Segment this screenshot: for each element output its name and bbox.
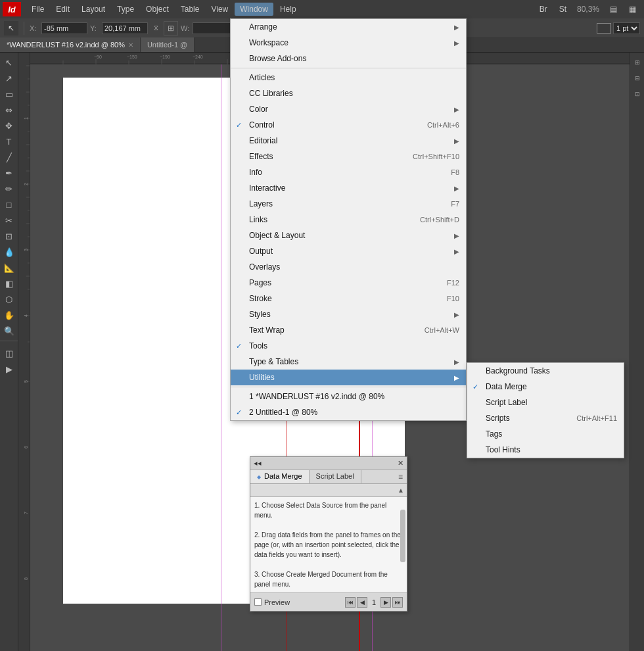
fill-stroke-icon[interactable]: ◫ [2, 346, 16, 360]
menu-layout[interactable]: Layout [76, 3, 110, 16]
submenu-scripts[interactable]: Scripts Ctrl+Alt+F11 [467, 410, 624, 426]
right-panel-btn-1[interactable]: ⊞ [630, 55, 645, 70]
menu-item-arrange[interactable]: Arrange ▶ [231, 19, 466, 35]
left-ruler: 1 2 3 4 5 6 7 8 [18, 53, 30, 651]
menu-item-type-tables[interactable]: Type & Tables ▶ [231, 354, 466, 370]
menu-item-layers[interactable]: Layers F7 [231, 196, 466, 212]
menu-item-editorial[interactable]: Editorial ▶ [231, 133, 466, 149]
panel-icon[interactable]: ▦ [624, 3, 641, 16]
menu-item-interactive[interactable]: Interactive ▶ [231, 180, 466, 196]
menu-item-links[interactable]: Links Ctrl+Shift+D [231, 212, 466, 228]
arrow-icon: ▶ [454, 311, 459, 318]
hand-tool-icon[interactable]: ✋ [2, 308, 16, 322]
eyedropper-icon[interactable]: 💧 [2, 245, 16, 259]
line-tool-icon[interactable]: ╱ [2, 150, 16, 164]
menu-table[interactable]: Table [175, 3, 205, 16]
right-panel-btn-3[interactable]: ⊡ [630, 87, 645, 101]
scissor-tool-icon[interactable]: ✂ [2, 213, 16, 228]
nav-last-btn[interactable]: ⏭ [392, 597, 403, 608]
measure-tool-icon[interactable]: 📐 [2, 260, 16, 275]
direct-select-icon[interactable]: ↗ [2, 71, 16, 85]
submenu-tags[interactable]: Tags [467, 426, 624, 442]
menu-object[interactable]: Object [141, 3, 174, 16]
submenu-background-tasks[interactable]: Background Tasks [467, 363, 624, 379]
menu-edit[interactable]: Edit [51, 3, 75, 16]
pencil-tool-icon[interactable]: ✏ [2, 181, 16, 196]
x-input[interactable] [41, 22, 87, 34]
button-tool-icon[interactable]: ⬡ [2, 292, 16, 306]
tab-untitled[interactable]: Untitled-1 @ [141, 37, 195, 52]
free-transform-icon[interactable]: ⊡ [2, 229, 16, 243]
menu-item-object-layout[interactable]: Object & Layout ▶ [231, 228, 466, 243]
panel-collapse-btn[interactable]: ▲ [398, 487, 404, 494]
workspace-icon[interactable]: ▤ [605, 3, 622, 16]
menu-item-color[interactable]: Color ▶ [231, 101, 466, 117]
panel-collapse-icon[interactable]: ◂◂ [254, 459, 262, 468]
menu-item-overlays[interactable]: Overlays [231, 259, 466, 275]
submenu-script-label[interactable]: Script Label [467, 395, 624, 410]
stock-icon[interactable]: St [554, 3, 572, 16]
stroke-size-select[interactable]: 1 pt [613, 22, 640, 34]
menu-item-doc2[interactable]: 2 Untitled-1 @ 80% [231, 404, 466, 420]
menu-item-info[interactable]: Info F8 [231, 164, 466, 180]
right-panel-btn-2[interactable]: ⊟ [630, 71, 645, 85]
tab-close-icon[interactable]: ✕ [128, 41, 133, 49]
pen-tool-icon[interactable]: ✒ [2, 166, 16, 180]
panel-tab-data-merge[interactable]: ◆ Data Merge [250, 470, 310, 483]
preview-checkbox[interactable] [254, 598, 262, 606]
tab-wanderlust[interactable]: *WANDERLUST #16 v2.indd @ 80% ✕ [0, 37, 141, 52]
menu-view[interactable]: View [206, 3, 233, 16]
content-tool-icon[interactable]: ✥ [2, 118, 16, 133]
menu-item-cc-libraries[interactable]: CC Libraries [231, 85, 466, 101]
menu-file[interactable]: File [26, 3, 49, 16]
arrow-icon: ▶ [454, 374, 459, 381]
rectangle-tool-icon[interactable]: □ [2, 197, 16, 212]
menu-item-control[interactable]: Control Ctrl+Alt+6 [231, 117, 466, 133]
menu-item-utilities[interactable]: Utilities ▶ [231, 370, 466, 385]
nav-next-btn[interactable]: ▶ [380, 597, 391, 608]
arrow-icon: ▶ [454, 39, 459, 47]
gap-tool-icon[interactable]: ⇔ [2, 103, 16, 117]
y-input[interactable] [102, 22, 148, 34]
preview-icon[interactable]: ▶ [2, 362, 16, 376]
type-tool-icon[interactable]: T [2, 134, 16, 149]
menu-item-pages[interactable]: Pages F12 [231, 275, 466, 291]
panel-tab-script-label[interactable]: Script Label [310, 470, 361, 483]
menu-help[interactable]: Help [275, 3, 302, 16]
selection-tool-icon[interactable]: ↖ [2, 55, 16, 70]
menu-item-text-wrap[interactable]: Text Wrap Ctrl+Alt+W [231, 322, 466, 338]
svg-text:−90: −90 [94, 55, 102, 59]
menu-type[interactable]: Type [112, 3, 139, 16]
data-merge-panel: ◂◂ ✕ ◆ Data Merge Script Label ≡ ▲ 1. Ch… [250, 456, 407, 612]
gradient-tool-icon[interactable]: ◧ [2, 276, 16, 291]
window-dropdown-menu: Arrange ▶ Workspace ▶ Browse Add-ons Art… [230, 18, 467, 421]
menu-item-effects[interactable]: Effects Ctrl+Shift+F10 [231, 149, 466, 164]
panel-collapse-bar: ▲ [250, 484, 407, 497]
y-label: Y: [90, 24, 99, 32]
menu-item-styles[interactable]: Styles ▶ [231, 306, 466, 322]
transform-icon[interactable]: ⊞ [164, 21, 178, 36]
nav-first-btn[interactable]: ⏮ [345, 597, 356, 608]
menu-window[interactable]: Window [235, 3, 273, 16]
menu-item-stroke[interactable]: Stroke F10 [231, 291, 466, 306]
nav-prev-btn[interactable]: ◀ [357, 597, 367, 608]
submenu-tool-hints[interactable]: Tool Hints [467, 442, 624, 458]
panel-menu-icon[interactable]: ≡ [394, 470, 407, 483]
svg-text:−150: −150 [127, 55, 137, 59]
menu-item-articles[interactable]: Articles [231, 70, 466, 85]
menu-item-output[interactable]: Output ▶ [231, 243, 466, 259]
svg-text:6: 6 [24, 446, 28, 448]
panel-instruction-1: 1. Choose Select Data Source from the pa… [254, 500, 403, 520]
tool-select-icon[interactable]: ↖ [4, 21, 18, 36]
menu-item-tools[interactable]: Tools [231, 338, 466, 354]
bridge-icon[interactable]: Br [534, 3, 553, 16]
menu-item-doc1[interactable]: 1 *WANDERLUST #16 v2.indd @ 80% [231, 389, 466, 404]
constrain-icon[interactable]: ⧖ [150, 23, 161, 34]
panel-scrollbar[interactable] [400, 510, 405, 562]
menu-item-browse-addons[interactable]: Browse Add-ons [231, 51, 466, 66]
menu-item-workspace[interactable]: Workspace ▶ [231, 35, 466, 51]
zoom-tool-icon[interactable]: 🔍 [2, 324, 16, 338]
panel-close-icon[interactable]: ✕ [398, 459, 403, 468]
page-tool-icon[interactable]: ▭ [2, 87, 16, 101]
submenu-data-merge[interactable]: Data Merge [467, 379, 624, 395]
